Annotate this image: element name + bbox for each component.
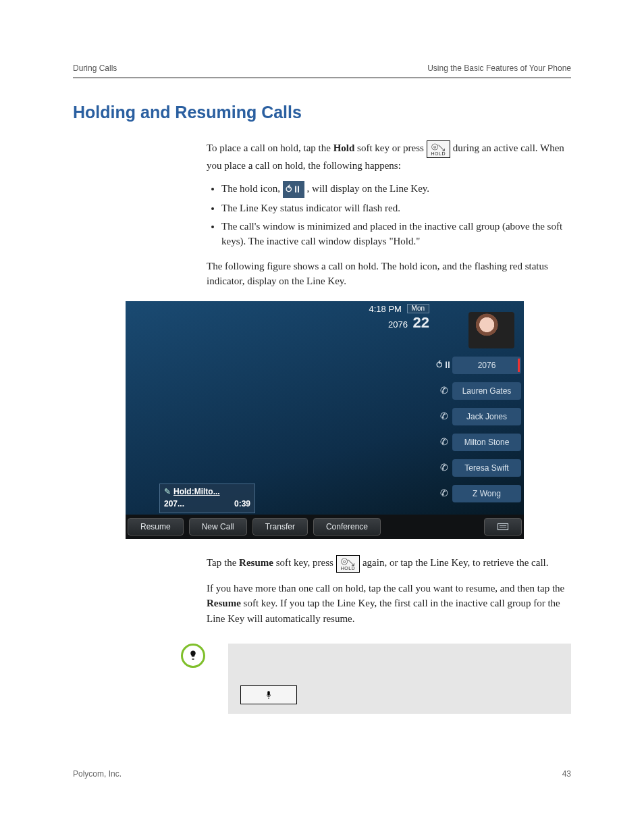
hold-key-icon: ⦾↘ HOLD bbox=[336, 555, 360, 573]
para-1: To place a call on hold, tap the Hold so… bbox=[207, 140, 571, 174]
hold-card-duration: 0:39 bbox=[234, 498, 250, 510]
hold-key-icon: ⦾↘ HOLD bbox=[427, 140, 450, 158]
bullet-1: The hold icon, ⥀⏸ , will display on the … bbox=[221, 181, 571, 198]
page-footer: Polycom, Inc. 43 bbox=[73, 768, 571, 780]
bullet-list: The hold icon, ⥀⏸ , will display on the … bbox=[207, 181, 571, 249]
softkey-new-call[interactable]: New Call bbox=[189, 518, 247, 536]
softkey-bar: Resume New Call Transfer Conference bbox=[126, 515, 524, 539]
bullet-3: The call's window is minimized and place… bbox=[221, 219, 571, 249]
hold-icon: ⥀⏸ bbox=[436, 359, 452, 372]
softkey-transfer[interactable]: Transfer bbox=[252, 518, 308, 536]
status-time: 4:18 PM bbox=[369, 304, 402, 314]
line-key-0[interactable]: ⥀⏸ 2076 bbox=[436, 355, 521, 375]
resume-label: Resume bbox=[239, 557, 273, 568]
resume-label-2: Resume bbox=[207, 598, 241, 608]
hold-label: Hold bbox=[333, 142, 355, 153]
para-3: Tap the Resume soft key, press ⦾↘ HOLD a… bbox=[207, 555, 571, 573]
line-key-3[interactable]: ✆ Milton Stone bbox=[436, 432, 521, 452]
softkey-conference[interactable]: Conference bbox=[313, 518, 381, 536]
softkey-more[interactable] bbox=[484, 518, 522, 536]
speed-dial-icon: ✆ bbox=[436, 487, 452, 500]
body-content: To place a call on hold, tap the Hold so… bbox=[207, 140, 571, 289]
status-header: 4:18 PM Mon 2076 22 bbox=[369, 304, 430, 332]
line-key-4[interactable]: ✆ Teresa Swift bbox=[436, 458, 521, 478]
status-date: 22 bbox=[413, 314, 429, 332]
phone-screenshot: 4:18 PM Mon 2076 22 ⥀⏸ 2076 ✆ Lauren Gat… bbox=[126, 301, 524, 539]
hold-line-icon: ⥀⏸ bbox=[283, 181, 304, 198]
speed-dial-icon: ✆ bbox=[436, 436, 452, 449]
speed-dial-icon: ✆ bbox=[436, 461, 452, 475]
line-key-5[interactable]: ✆ Z Wong bbox=[436, 484, 521, 504]
inactive-call-card[interactable]: ✎Hold:Milto... 207... 0:39 bbox=[159, 484, 255, 513]
speed-dial-icon: ✆ bbox=[436, 384, 452, 398]
para-4: If you have more than one call on hold, … bbox=[207, 581, 571, 627]
status-led bbox=[518, 359, 520, 372]
list-icon bbox=[497, 523, 509, 531]
tip-marker-icon bbox=[181, 644, 205, 668]
speed-dial-icon: ✆ bbox=[436, 410, 452, 423]
pencil-icon: ✎ bbox=[164, 487, 171, 496]
bullet-2: The Line Key status indicator will flash… bbox=[221, 201, 571, 216]
section-title: Holding and Resuming Calls bbox=[73, 100, 571, 126]
hold-card-title: Hold:Milto... bbox=[173, 487, 220, 496]
hold-card-num: 207... bbox=[164, 498, 184, 510]
footer-left: Polycom, Inc. bbox=[73, 768, 122, 780]
line-key-column: ⥀⏸ 2076 ✆ Lauren Gates ✆ Jack Jones ✆ Mi… bbox=[436, 355, 521, 509]
header-right: Using the Basic Features of Your Phone bbox=[427, 62, 571, 74]
tip-callout bbox=[73, 644, 571, 714]
svg-rect-0 bbox=[498, 523, 508, 529]
status-day: Mon bbox=[407, 304, 429, 313]
line-key-2[interactable]: ✆ Jack Jones bbox=[436, 407, 521, 427]
header-left: During Calls bbox=[73, 62, 117, 74]
mute-key-icon bbox=[240, 685, 297, 704]
para-2: The following figure shows a call on hol… bbox=[207, 259, 571, 289]
line-key-1[interactable]: ✆ Lauren Gates bbox=[436, 381, 521, 401]
tip-panel bbox=[228, 644, 571, 714]
avatar bbox=[468, 312, 514, 348]
status-ext: 2076 bbox=[388, 319, 408, 330]
softkey-resume[interactable]: Resume bbox=[128, 518, 184, 536]
running-header: During Calls Using the Basic Features of… bbox=[73, 62, 571, 78]
footer-right: 43 bbox=[562, 768, 571, 780]
